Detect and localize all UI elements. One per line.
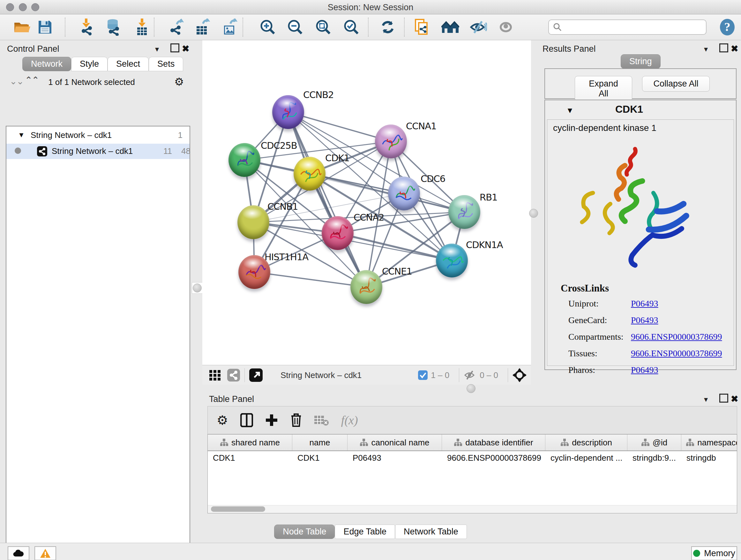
node-CDC25B[interactable] [228,143,260,177]
tab-sets[interactable]: Sets [149,57,183,71]
column-header-canonical-name[interactable]: canonical name [347,435,442,450]
zoom-selected-button[interactable] [341,18,361,36]
crosslink-link[interactable]: 9606.ENSP00000378699 [631,348,722,359]
table-settings-gear-icon[interactable]: ⚙ [217,413,228,428]
table-cell[interactable]: 9606.ENSP00000378699 [447,453,541,463]
column-header-shared-name[interactable]: shared name [208,435,292,450]
crosslink-link[interactable]: P06493 [631,299,658,309]
column-header-name[interactable]: name [292,435,347,450]
control-panel-float-icon[interactable] [171,44,179,52]
help-button[interactable]: ? [718,18,737,36]
delete-trash-icon[interactable] [290,413,302,428]
table-cell[interactable]: P06493 [353,453,381,463]
network-options-gear-icon[interactable]: ⚙ [174,75,184,88]
tab-style[interactable]: Style [71,57,108,71]
export-image-button[interactable] [220,18,240,36]
export-network-button[interactable] [166,18,186,36]
show-columns-icon[interactable] [240,413,253,427]
node-CCNA1[interactable] [375,125,407,159]
node-table[interactable]: shared namenamecanonical namedatabase id… [207,434,737,513]
show-all-button[interactable] [496,18,516,36]
import-network-from-database-button[interactable] [103,18,123,36]
import-network-from-file-button[interactable] [76,18,96,36]
tab-select[interactable]: Select [108,57,149,71]
node-CCNE1[interactable] [350,270,382,304]
horizontal-splitter[interactable] [202,385,531,392]
node-CDKN1A[interactable] [436,244,468,277]
table-panel-float-icon[interactable] [719,394,728,402]
node-CCNA2[interactable] [322,216,354,250]
table-cell[interactable]: CDK1 [213,453,235,463]
clone-network-button[interactable] [412,18,431,36]
hide-selected-button[interactable] [468,18,488,36]
network-canvas[interactable]: CCNB2CCNA1CDC25BCDK1CDC6RB1CCNB1CCNA2CDK… [202,40,531,365]
node-gloss [233,145,253,157]
node-CDK1[interactable] [293,157,326,191]
edge-HIST1H1A-CCNE1[interactable] [254,272,366,287]
table-cell[interactable]: stringdb:9... [632,453,676,463]
tab-edge-table[interactable]: Edge Table [335,524,395,539]
zoom-out-button[interactable] [285,18,305,36]
table-panel-menu-icon[interactable]: ▾ [704,395,708,404]
collection-collapse-icon[interactable]: ▼ [18,131,25,139]
results-panel-menu-icon[interactable]: ▾ [704,45,708,54]
column-header--id[interactable]: @id [627,435,681,450]
save-session-button[interactable] [35,18,55,36]
memory-button[interactable]: Memory [691,546,737,560]
open-in-window-icon[interactable] [249,368,263,382]
tab-network[interactable]: Network [22,57,71,71]
table-horizontal-scrollbar[interactable] [208,505,737,513]
search-input[interactable] [562,22,697,32]
cloud-button[interactable] [8,546,29,560]
open-session-button[interactable] [12,18,32,36]
import-table-from-file-button[interactable] [132,18,152,36]
column-header-description[interactable]: description [545,435,627,450]
birdseye-grid-icon[interactable] [209,369,221,381]
refresh-view-button[interactable] [378,18,398,36]
selected-checkbox-icon[interactable] [418,370,428,380]
crosslink-link[interactable]: P06493 [631,365,658,375]
crosslink-label: Pharos: [568,365,631,375]
zoom-in-button[interactable] [258,18,278,36]
network-row-selected[interactable]: String Network – cdk1 11 48 [6,144,190,159]
network-collection-row[interactable]: ▼ String Network – cdk1 1 [6,129,190,144]
crosslink-link[interactable]: P06493 [631,315,658,325]
scrollbar-thumb[interactable] [211,506,265,512]
warnings-button[interactable] [35,546,56,560]
hidden-eye-slash-icon[interactable] [464,370,476,380]
results-panel-close-icon[interactable]: ✖ [731,44,738,54]
tab-node-table[interactable]: Node Table [274,524,335,539]
node-label-CDC25B: CDC25B [261,140,297,151]
results-panel-float-icon[interactable] [719,44,728,52]
column-header-database-identifier[interactable]: database identifier [442,435,545,450]
toolbar-search-field[interactable] [548,19,706,35]
left-splitter[interactable] [192,40,202,543]
control-panel-menu-icon[interactable]: ▾ [155,45,159,54]
expand-all-button[interactable]: Expand All [575,76,632,102]
zoom-fit-button[interactable] [313,18,333,36]
node-CCNB2[interactable] [272,95,304,129]
node-CDC6[interactable] [388,177,420,210]
crosslink-link[interactable]: 9606.ENSP00000378699 [631,332,722,342]
table-panel-close-icon[interactable]: ✖ [731,394,738,404]
column-header-namespace[interactable]: namespace [681,435,737,450]
export-table-button[interactable] [193,18,212,36]
control-panel-close-icon[interactable]: ✖ [182,44,189,54]
add-column-plus-icon[interactable] [265,414,278,427]
gene-collapse-icon[interactable]: ▼ [566,106,574,115]
table-cell[interactable]: cyclin-dependent ... [550,453,622,463]
collapse-all-button[interactable]: Collapse All [642,76,710,91]
tab-network-table[interactable]: Network Table [395,524,467,539]
right-splitter[interactable] [531,40,536,385]
tab-string[interactable]: String [621,54,661,69]
fit-content-crosshair-icon[interactable] [513,368,527,382]
string-panel-toggle-icon[interactable] [227,369,240,381]
first-neighbors-button[interactable] [441,18,460,36]
horizontal-splitter-grip[interactable] [467,384,475,393]
node-CCNB1[interactable] [238,205,269,239]
left-splitter-grip[interactable] [192,282,203,294]
table-cell[interactable]: stringdb [686,453,716,463]
node-RB1[interactable] [448,195,480,229]
table-cell[interactable]: CDK1 [297,453,320,463]
network-node-count: 11 [163,146,172,156]
